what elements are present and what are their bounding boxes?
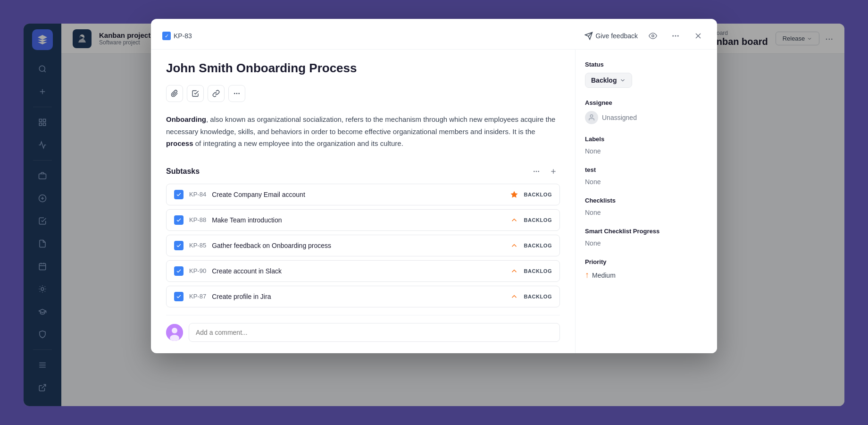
subtask-id-4: KP-87	[189, 293, 206, 300]
commenter-avatar	[166, 324, 183, 341]
assignee-row[interactable]: Unassigned	[585, 111, 708, 124]
subtask-icon-2	[174, 241, 184, 250]
labels-section: Labels None	[585, 136, 708, 155]
svg-point-42	[590, 115, 593, 117]
issue-id-text: KP-83	[174, 32, 192, 40]
subtask-name-2: Gather feedback on Onboarding process	[212, 242, 504, 249]
subtask-id-3: KP-90	[189, 267, 206, 274]
priority-value: Medium	[592, 272, 616, 279]
subtasks-add-button[interactable]	[547, 165, 560, 178]
subtasks-title: Subtasks	[166, 167, 530, 176]
test-section: test None	[585, 166, 708, 186]
subtask-status-2: BACKLOG	[524, 243, 552, 248]
desc-bold-1: Onboarding	[166, 115, 206, 123]
comment-input[interactable]	[189, 323, 560, 342]
watch-button[interactable]	[645, 28, 660, 43]
subtask-item[interactable]: KP-85 Gather feedback on Onboarding proc…	[166, 235, 560, 256]
desc-bold-2: process	[166, 139, 193, 147]
svg-point-26	[673, 35, 674, 36]
subtask-status-1: BACKLOG	[524, 217, 552, 223]
subtask-name-1: Make Team introduction	[212, 216, 504, 224]
subtask-item[interactable]: KP-88 Make Team introduction BACKLOG	[166, 209, 560, 231]
issue-id-display: ✓ KP-83	[162, 32, 192, 40]
subtask-id-0: KP-84	[189, 191, 206, 198]
subtask-priority-icon-4	[510, 292, 518, 301]
modal-sidebar: Status Backlog Assignee	[576, 50, 717, 353]
subtask-id-1: KP-88	[189, 216, 206, 223]
subtask-item[interactable]: KP-84 Create Company Email account BACKL…	[166, 184, 560, 205]
status-value: Backlog	[591, 76, 617, 84]
modal-main-content: John Smith Onboarding Process	[151, 50, 576, 353]
comment-area	[166, 315, 560, 342]
svg-point-28	[678, 35, 679, 36]
subtask-id-2: KP-85	[189, 242, 206, 249]
svg-point-35	[536, 171, 536, 171]
subtask-icon-3	[174, 266, 184, 276]
smart-checklist-value: None	[585, 239, 708, 247]
test-label: test	[585, 166, 708, 173]
labels-value: None	[585, 147, 708, 155]
subtask-status-4: BACKLOG	[524, 294, 552, 299]
svg-point-40	[172, 328, 177, 333]
subtask-priority-icon-3	[510, 267, 518, 275]
more-options-button[interactable]	[668, 28, 683, 43]
subtask-status-3: BACKLOG	[524, 268, 552, 274]
subtask-name-4: Create profile in Jira	[212, 293, 504, 300]
link-button[interactable]	[208, 85, 225, 102]
subtask-item[interactable]: KP-87 Create profile in Jira BACKLOG	[166, 286, 560, 307]
assignee-avatar	[585, 111, 598, 124]
modal-header: ✓ KP-83 Give feedback	[151, 19, 717, 50]
subtask-name-3: Create account in Slack	[212, 267, 504, 275]
issue-type-icon: ✓	[162, 32, 171, 40]
test-value: None	[585, 178, 708, 186]
priority-row[interactable]: ↑ Medium	[585, 270, 708, 280]
checklists-section: Checklists None	[585, 197, 708, 216]
assignee-value: Unassigned	[602, 114, 637, 121]
status-label: Status	[585, 61, 708, 68]
status-dropdown[interactable]: Backlog	[585, 73, 632, 88]
svg-point-31	[234, 93, 235, 94]
issue-toolbar	[166, 85, 560, 102]
svg-point-36	[538, 171, 539, 171]
issue-title: John Smith Onboarding Process	[166, 61, 560, 76]
priority-label: Priority	[585, 258, 708, 265]
subtask-priority-icon-0	[510, 190, 518, 199]
more-toolbar-button[interactable]	[228, 85, 245, 102]
give-feedback-button[interactable]: Give feedback	[584, 32, 638, 40]
subtasks-actions	[530, 165, 560, 178]
priority-section: Priority ↑ Medium	[585, 258, 708, 280]
priority-icon: ↑	[585, 270, 589, 280]
subtask-icon-1	[174, 215, 184, 225]
subtask-icon-0	[174, 190, 184, 199]
modal-overlay[interactable]: ✓ KP-83 Give feedback	[0, 0, 868, 425]
close-modal-button[interactable]	[691, 28, 706, 43]
assignee-section: Assignee Unassigned	[585, 99, 708, 124]
assignee-label: Assignee	[585, 99, 708, 106]
subtask-icon-4	[174, 292, 184, 301]
issue-description: Onboarding, also known as organizational…	[166, 113, 560, 150]
checklists-value: None	[585, 209, 708, 216]
smart-checklist-section: Smart Checklist Progress None	[585, 228, 708, 247]
status-section: Status Backlog	[585, 61, 708, 88]
checklist-button[interactable]	[187, 85, 204, 102]
subtasks-section: Subtasks	[166, 165, 560, 307]
modal-body: John Smith Onboarding Process	[151, 50, 717, 353]
subtask-status-0: BACKLOG	[524, 192, 552, 197]
labels-label: Labels	[585, 136, 708, 143]
modal-header-actions: Give feedback	[584, 28, 706, 43]
issue-modal: ✓ KP-83 Give feedback	[151, 19, 717, 353]
svg-point-32	[236, 93, 237, 94]
svg-point-25	[652, 35, 654, 37]
svg-point-33	[239, 93, 239, 94]
subtasks-header: Subtasks	[166, 165, 560, 178]
checklists-label: Checklists	[585, 197, 708, 204]
svg-point-34	[534, 171, 534, 171]
subtask-priority-icon-2	[510, 241, 518, 250]
subtask-item[interactable]: KP-90 Create account in Slack BACKLOG	[166, 260, 560, 282]
subtask-priority-icon-1	[510, 216, 518, 224]
svg-point-27	[675, 35, 676, 36]
subtask-name-0: Create Company Email account	[212, 191, 504, 198]
smart-checklist-label: Smart Checklist Progress	[585, 228, 708, 235]
attach-button[interactable]	[166, 85, 183, 102]
subtasks-more-button[interactable]	[530, 165, 543, 178]
